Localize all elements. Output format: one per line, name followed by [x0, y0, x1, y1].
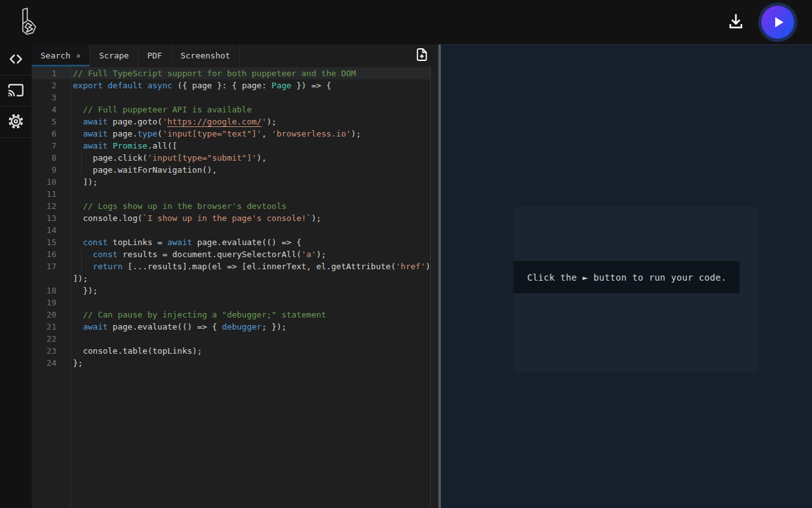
editor-ruler — [430, 67, 431, 508]
code-line[interactable]: 12 // Logs show up in the browser's devt… — [32, 200, 430, 212]
gutter-border — [70, 67, 71, 508]
line-number: 22 — [32, 333, 56, 345]
code-line[interactable]: 20 // Can pause by injecting a "debugger… — [32, 309, 430, 321]
code-text: export default async ({ page }: { page: … — [56, 79, 331, 91]
sidebar-item-settings[interactable] — [0, 107, 32, 138]
code-text: const results = document.querySelectorAl… — [56, 248, 326, 260]
code-line[interactable]: 15 const topLinks = await page.evaluate(… — [32, 236, 430, 248]
code-text: await page.type('input[type="text"]', 'b… — [56, 128, 361, 140]
code-line[interactable]: 7 await Promise.all([ — [32, 140, 430, 152]
line-number: 6 — [32, 128, 56, 140]
line-number — [32, 272, 56, 284]
close-tab-icon[interactable]: × — [76, 51, 81, 60]
line-number: 1 — [32, 67, 56, 79]
line-number: 9 — [32, 164, 56, 176]
code-line[interactable]: 18 }); — [32, 284, 430, 297]
code-line[interactable]: 17 return [...results].map(el => [el.inn… — [32, 260, 430, 272]
code-line[interactable]: 22 — [32, 333, 430, 345]
run-code-button[interactable] — [761, 6, 794, 39]
sidebar-item-code[interactable] — [0, 44, 32, 76]
tabbar-spacer — [240, 44, 414, 67]
indent-guide — [81, 248, 82, 260]
code-line[interactable]: 8 page.click('input[type="submit"]'), — [32, 152, 430, 164]
code-line[interactable]: 1// Full TypeScript support for both pup… — [32, 67, 430, 79]
app-window: Search × Scrape PDF Screenshot — [0, 0, 812, 508]
main-area: Search × Scrape PDF Screenshot — [0, 44, 812, 508]
code-text: // Logs show up in the browser's devtool… — [56, 200, 287, 212]
code-line[interactable]: 13 console.log(`I show up in the page's … — [32, 212, 430, 224]
code-text: }; — [56, 357, 83, 369]
code-line[interactable]: 9 page.waitForNavigation(), — [32, 164, 430, 176]
line-number: 20 — [32, 309, 56, 321]
code-line[interactable]: 6 await page.type('input[type="text"]', … — [32, 128, 430, 140]
code-line[interactable]: 21 await page.evaluate(() => { debugger;… — [32, 321, 430, 333]
line-number: 19 — [32, 297, 56, 309]
tab-pdf[interactable]: PDF — [138, 44, 171, 67]
code-line[interactable]: 11 — [32, 188, 430, 200]
line-number: 3 — [32, 91, 56, 104]
code-line[interactable]: 4 // Full puppeteer API is available — [32, 104, 430, 116]
tab-search[interactable]: Search × — [32, 44, 90, 67]
code-line[interactable]: 14 — [32, 224, 430, 236]
line-number: 4 — [32, 104, 56, 116]
code-text: await Promise.all([ — [56, 140, 177, 152]
editor-column: Search × Scrape PDF Screenshot — [32, 44, 438, 508]
code-line[interactable]: 24}; — [32, 357, 430, 369]
line-number: 14 — [32, 224, 56, 236]
tab-label: Search — [41, 51, 70, 60]
code-text: ]); — [56, 272, 88, 284]
code-text: // Full TypeScript support for both pupp… — [56, 67, 356, 79]
code-line[interactable]: 3 — [32, 91, 430, 104]
tab-label: PDF — [147, 51, 162, 60]
code-text: return [...results].map(el => [el.innerT… — [56, 260, 431, 272]
code-line[interactable]: 10 ]); — [32, 176, 430, 188]
indent-guide — [81, 164, 82, 176]
tab-label: Scrape — [99, 51, 129, 60]
code-text: await page.goto('https://google.com/'); — [56, 116, 277, 128]
tab-screenshot[interactable]: Screenshot — [172, 44, 240, 67]
indent-guide — [81, 152, 82, 164]
code-line[interactable]: 19 — [32, 297, 430, 309]
browserless-logo — [15, 7, 41, 37]
code-line[interactable]: ]); — [32, 272, 430, 284]
new-file-icon — [414, 47, 429, 64]
new-file-button[interactable] — [414, 47, 429, 64]
line-number: 18 — [32, 284, 56, 297]
code-text: const topLinks = await page.evaluate(() … — [56, 236, 301, 248]
sidebar-item-cast[interactable] — [0, 76, 32, 107]
line-number: 23 — [32, 345, 56, 357]
code-line[interactable]: 5 await page.goto('https://google.com/')… — [32, 116, 430, 128]
line-number: 5 — [32, 116, 56, 128]
line-number: 11 — [32, 188, 56, 200]
line-number: 2 — [32, 79, 56, 91]
run-hint-box: Click the ► button to run your code. — [514, 261, 740, 293]
line-number: 15 — [32, 236, 56, 248]
line-number: 24 — [32, 357, 56, 369]
code-text: }); — [56, 284, 98, 297]
line-number: 7 — [32, 140, 56, 152]
run-hint-text: Click the ► button to run your code. — [527, 272, 726, 283]
output-panel: Click the ► button to run your code. — [441, 44, 812, 508]
download-button[interactable] — [727, 13, 745, 32]
indent-guide — [81, 260, 82, 272]
code-editor[interactable]: 1// Full TypeScript support for both pup… — [32, 67, 438, 508]
code-text: await page.evaluate(() => { debugger; })… — [56, 321, 287, 333]
code-text: // Can pause by injecting a "debugger;" … — [56, 309, 326, 321]
play-icon — [775, 17, 783, 27]
code-line[interactable]: 23 console.table(topLinks); — [32, 345, 430, 357]
code-line[interactable]: 16 const results = document.querySelecto… — [32, 248, 430, 260]
tab-bar: Search × Scrape PDF Screenshot — [32, 44, 438, 67]
line-number: 13 — [32, 212, 56, 224]
code-text: page.waitForNavigation(), — [56, 164, 217, 176]
line-number: 16 — [32, 248, 56, 260]
line-number: 21 — [32, 321, 56, 333]
line-number: 10 — [32, 176, 56, 188]
code-text: page.click('input[type="submit"]'), — [56, 152, 266, 164]
code-text: ]); — [56, 176, 98, 188]
tab-scrape[interactable]: Scrape — [90, 44, 138, 67]
left-sidebar — [0, 44, 32, 508]
line-number: 8 — [32, 152, 56, 164]
code-line[interactable]: 2export default async ({ page }: { page:… — [32, 79, 430, 91]
download-icon — [727, 13, 745, 32]
code-icon — [8, 51, 24, 69]
